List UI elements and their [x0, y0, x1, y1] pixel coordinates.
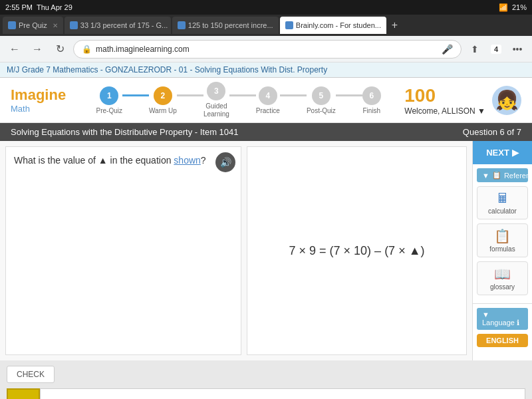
app-header: Imagine Math 1 Pre-Quiz 2 Warm Up 3 Guid…: [0, 78, 532, 123]
answer-box[interactable]: [7, 388, 40, 399]
logo-imagine: Imagine: [11, 86, 66, 104]
check-button[interactable]: CHECK: [7, 366, 55, 383]
address-bar[interactable]: 🔒 math.imaginelearning.com 🎤: [73, 40, 462, 59]
step-connector: [177, 94, 203, 96]
triangle-symbol: ▲: [98, 155, 108, 166]
logo-area: Imagine Math: [11, 86, 66, 114]
question-progress: Question 6 of 7: [463, 127, 521, 137]
back-button[interactable]: ←: [5, 40, 24, 59]
tab-label: Brainly.com - For studen...: [296, 21, 381, 29]
step-postquiz[interactable]: 5 Post-Quiz: [307, 86, 336, 114]
right-sidebar: NEXT ▶ ▼ 📋 Reference 🖩 calculator 📋 form…: [472, 141, 532, 360]
step-circle: 3: [207, 82, 225, 100]
glossary-label: glossary: [490, 283, 515, 291]
mic-icon[interactable]: 🎤: [442, 44, 453, 55]
step-circle: 6: [362, 86, 381, 105]
audio-button[interactable]: 🔊: [215, 152, 235, 172]
step-circle: 5: [312, 86, 331, 105]
progress-steps: 1 Pre-Quiz 2 Warm Up 3 GuidedLearning 4 …: [86, 82, 391, 118]
glossary-tool[interactable]: 📖 glossary: [477, 261, 528, 295]
step-label: GuidedLearning: [203, 102, 229, 118]
language-section: ▼ Language ℹ ENGLISH: [473, 303, 532, 351]
step-prequiz[interactable]: 1 Pre-Quiz: [96, 86, 122, 114]
question-title: Solving Equations with the Distributive …: [11, 127, 239, 137]
calculator-icon: 🖩: [496, 191, 509, 206]
formulas-tool[interactable]: 📋 formulas: [477, 223, 528, 257]
shown-link[interactable]: shown: [174, 155, 200, 166]
score-value: 100: [404, 85, 485, 106]
url-text: math.imaginelearning.com: [96, 45, 438, 54]
logo-math: Math: [11, 104, 66, 114]
step-circle: 2: [154, 86, 172, 105]
score-area: 100 Welcome, ALLISON ▼ 👧: [404, 85, 521, 116]
step-finish[interactable]: 6 Finish: [362, 86, 381, 114]
breadcrumb: M/J Grade 7 Mathematics - GONZALEZRODR -…: [0, 63, 532, 78]
step-label: Post-Quiz: [307, 107, 336, 114]
step-connector: [336, 94, 362, 96]
share-button[interactable]: ⬆: [466, 40, 484, 59]
battery-display: 21%: [512, 3, 527, 11]
step-label: Warm Up: [149, 107, 177, 114]
answer-input-line[interactable]: [40, 388, 525, 399]
formulas-label: formulas: [489, 245, 515, 253]
step-practice[interactable]: 4 Practice: [256, 86, 280, 114]
reference-header[interactable]: ▼ 📋 Reference: [477, 168, 528, 182]
equation-box: 7 × 9 = (7 × 10) – (7 × ▲): [247, 146, 467, 355]
equation-text: 7 × 9 = (7 × 10) – (7 × ▲): [289, 244, 425, 258]
question-area: What is the value of ▲ in the equation s…: [0, 141, 472, 360]
main-content: What is the value of ▲ in the equation s…: [0, 141, 532, 360]
formulas-icon: 📋: [494, 228, 511, 244]
tab-percent1[interactable]: 33 1/3 percent of 175 - G... ✕: [65, 17, 171, 34]
answer-input-row: [7, 388, 525, 399]
glossary-icon: 📖: [494, 266, 511, 282]
menu-button[interactable]: •••: [508, 40, 527, 59]
tab-label: Pre Quiz: [19, 21, 47, 29]
browser-nav: ← → ↻ 🔒 math.imaginelearning.com 🎤 ⬆ 4 •…: [0, 36, 532, 63]
language-header[interactable]: ▼ Language ℹ: [477, 308, 528, 330]
lock-icon: 🔒: [82, 45, 92, 54]
step-connector: [122, 94, 149, 96]
question-panel: What is the value of ▲ in the equation s…: [0, 141, 472, 360]
time-display: 2:55 PM: [5, 3, 33, 11]
calculator-label: calculator: [488, 207, 517, 215]
english-button[interactable]: ENGLISH: [477, 334, 528, 347]
tab-count-button[interactable]: 4: [487, 40, 505, 59]
tab-label: 33 1/3 percent of 175 - G...: [80, 21, 168, 29]
step-label: Finish: [362, 107, 380, 114]
status-bar: 2:55 PM Thu Apr 29 📶 21%: [0, 0, 532, 15]
bottom-area: CHECK: [0, 360, 532, 399]
close-icon[interactable]: ✕: [53, 22, 58, 29]
forward-button[interactable]: →: [28, 40, 47, 59]
tab-prequiz[interactable]: Pre Quiz ✕: [3, 17, 63, 34]
tab-label: 125 to 150 percent incre...: [188, 21, 273, 29]
question-header: Solving Equations with the Distributive …: [0, 123, 532, 141]
welcome-text: Welcome, ALLISON ▼: [404, 106, 485, 116]
tab-brainly[interactable]: Brainly.com - For studen... ✕: [280, 17, 386, 34]
next-arrow-icon: ▶: [512, 148, 519, 158]
avatar: 👧: [492, 86, 521, 115]
tab-count-badge: 4: [491, 45, 501, 54]
step-circle: 1: [100, 86, 118, 105]
step-label: Pre-Quiz: [96, 107, 122, 114]
browser-tabs: Pre Quiz ✕ 33 1/3 percent of 175 - G... …: [0, 15, 532, 36]
step-warmup[interactable]: 2 Warm Up: [149, 86, 177, 114]
step-connector: [280, 94, 307, 96]
wifi-icon: 📶: [499, 3, 508, 12]
reference-section: ▼ 📋 Reference 🖩 calculator 📋 formulas 📖 …: [473, 164, 532, 303]
question-text: What is the value of ▲ in the equation s…: [14, 155, 206, 166]
next-button[interactable]: NEXT ▶: [473, 141, 532, 164]
step-circle: 4: [259, 86, 277, 105]
date-display: Thu Apr 29: [37, 3, 72, 11]
calculator-tool[interactable]: 🖩 calculator: [477, 186, 528, 219]
step-guided[interactable]: 3 GuidedLearning: [203, 82, 229, 118]
step-label: Practice: [256, 107, 280, 114]
question-text-box: What is the value of ▲ in the equation s…: [5, 146, 241, 355]
reload-button[interactable]: ↻: [51, 40, 69, 59]
tab-percent2[interactable]: 125 to 150 percent incre... ✕: [172, 17, 279, 34]
step-connector: [229, 94, 256, 96]
new-tab-button[interactable]: +: [388, 19, 402, 31]
